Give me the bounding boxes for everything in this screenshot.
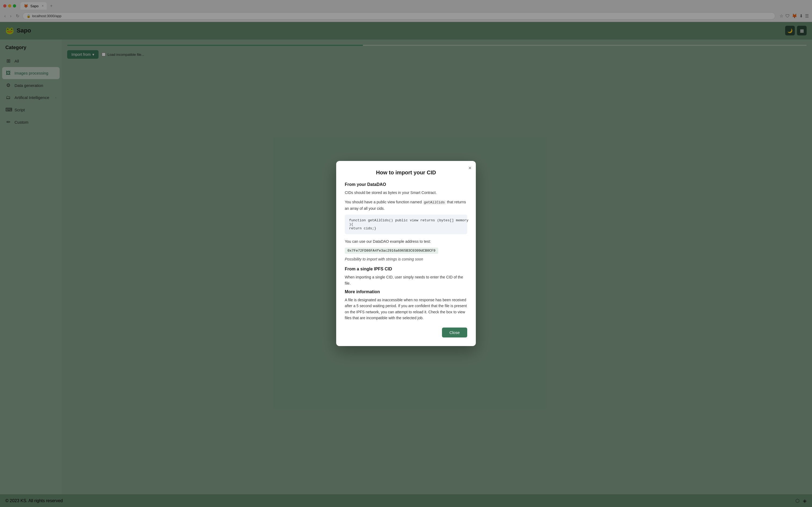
modal-dialog: × How to import your CID From your DataD… (336, 161, 476, 346)
getallcids-code: getAllCids (423, 200, 446, 205)
code-block: function getAllCids() public view return… (345, 215, 467, 234)
modal-footer: Close (345, 328, 467, 337)
italic-note: Possibility to import with strings is co… (345, 257, 467, 261)
modal-overlay[interactable]: × How to import your CID From your DataD… (0, 0, 812, 507)
modal-title: How to import your CID (345, 170, 467, 176)
modal-section1-para1: CIDs should be stored as bytes in your S… (345, 190, 467, 195)
para2-prefix: You should have a public view function n… (345, 200, 423, 204)
modal-section2-title: From a single IPFS CID (345, 267, 467, 272)
modal-section2-para: When importing a single CID, user simply… (345, 274, 467, 286)
modal-close-btn[interactable]: × (468, 165, 471, 171)
modal-section1-title: From your DataDAO (345, 182, 467, 187)
modal-section3-title: More information (345, 289, 467, 294)
example-label: You can use our DataDAO example address … (345, 238, 467, 244)
modal-section3-para: A file is designated as inaccessible whe… (345, 297, 467, 321)
modal-section1-para2: You should have a public view function n… (345, 199, 467, 211)
example-address: 0x7Fe72FD86FA4fe3ac2916a6965B3C0309dCB0C… (345, 247, 438, 254)
modal-close-footer-btn[interactable]: Close (442, 328, 467, 337)
